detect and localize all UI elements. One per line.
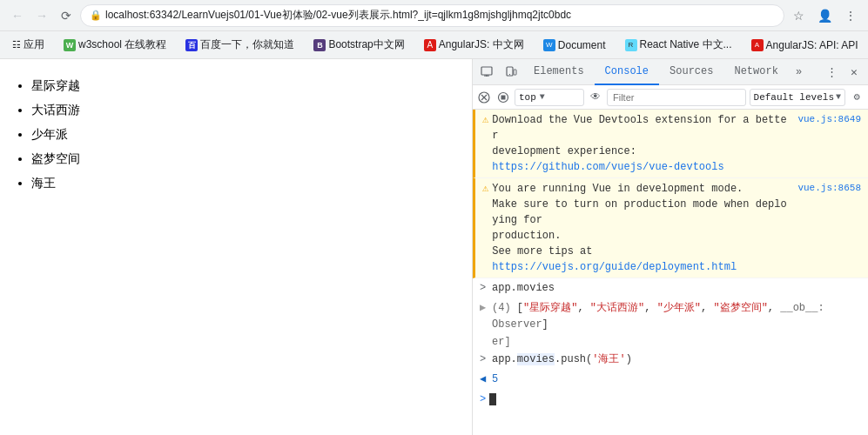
bootstrap-bookmark[interactable]: B Bootstrap中文网 — [308, 36, 409, 54]
w3school-label: w3school 在线教程 — [78, 37, 166, 52]
angularjs-label: AngularJS: API: API — [766, 39, 858, 51]
angular-favicon: A — [424, 39, 436, 51]
apps-bookmark[interactable]: ☷ 应用 — [7, 36, 50, 54]
apps-label: 应用 — [24, 37, 44, 52]
console-eye-button[interactable]: 👁 — [588, 90, 603, 105]
baidu-label: 百度一下，你就知道 — [200, 37, 294, 52]
warning-2-link[interactable]: https://vuejs.org/guide/deployment.html — [492, 261, 737, 273]
console-gear-button[interactable]: ⚙ — [849, 90, 865, 105]
console-input-2: > app.movies.push('海王') — [473, 350, 868, 370]
warning-1-link[interactable]: https://github.com/vuejs/vue-devtools — [492, 161, 723, 173]
console-output[interactable]: ⚠ Download the Vue Devtools extension fo… — [473, 110, 868, 435]
prompt-cursor — [489, 393, 496, 405]
input-1-text: app.movies — [492, 280, 861, 297]
page-content: 星际穿越 大话西游 少年派 盗梦空间 海王 — [0, 59, 472, 435]
devtools-inspect-button[interactable] — [476, 62, 497, 83]
devtools-left-buttons — [476, 62, 521, 83]
log-level-selector[interactable]: Default levels ▼ — [750, 89, 845, 106]
output-1-subtext: er] — [473, 336, 868, 350]
log-level-text: Default levels — [754, 92, 834, 103]
log-level-arrow-icon: ▼ — [836, 92, 841, 102]
warning-icon-1: ⚠ — [482, 112, 488, 128]
warning-1-source[interactable]: vue.js:8649 — [791, 112, 861, 127]
tab-more[interactable]: » — [789, 59, 809, 85]
forward-button[interactable]: → — [31, 5, 52, 26]
baidu-favicon: 百 — [185, 39, 198, 51]
devtools-close-button[interactable]: ✕ — [844, 62, 865, 83]
console-input-1: > app.movies — [473, 278, 868, 298]
reactnative-bookmark[interactable]: R React Native 中文... — [620, 36, 737, 54]
warning-2-text: You are running Vue in development mode.… — [492, 183, 786, 258]
angular-bookmark[interactable]: A AngularJS: 中文网 — [419, 36, 529, 54]
browser-right-icons: ☆ 👤 ⋮ — [788, 5, 861, 26]
bootstrap-label: Bootstrap中文网 — [328, 37, 404, 52]
console-filter-stop-button[interactable] — [495, 90, 511, 105]
warning-2-body: You are running Vue in development mode.… — [492, 181, 791, 275]
console-prompt[interactable]: > — [473, 390, 868, 409]
back-button[interactable]: ← — [7, 5, 28, 26]
wps-bookmark[interactable]: W Document — [538, 37, 611, 53]
output-arrow-2: ◀ — [480, 371, 492, 388]
list-item: 海王 — [31, 171, 458, 195]
console-warning-2: ⚠ You are running Vue in development mod… — [473, 178, 868, 278]
list-item: 星际穿越 — [31, 73, 458, 97]
bookmark-star-icon[interactable]: ☆ — [788, 5, 809, 26]
w3school-bookmark[interactable]: W w3school 在线教程 — [58, 36, 172, 54]
devtools-device-button[interactable] — [501, 62, 521, 83]
input-2-text: app.movies.push('海王') — [492, 351, 861, 368]
angularjs-bookmark[interactable]: A AngularJS: API: API — [746, 37, 864, 53]
console-warning-1: ⚠ Download the Vue Devtools extension fo… — [473, 110, 868, 178]
main-area: 星际穿越 大话西游 少年派 盗梦空间 海王 — [0, 59, 868, 435]
profile-icon[interactable]: 👤 — [814, 5, 835, 26]
console-output-2: ◀ 5 — [473, 370, 868, 390]
console-output-1: ▶ (4) ["星际穿越", "大话西游", "少年派", "盗梦空间", __… — [473, 298, 868, 335]
rn-favicon: R — [625, 39, 637, 51]
prompt-arrow-icon: > — [480, 393, 486, 405]
list-item: 大话西游 — [31, 97, 458, 122]
baidu-bookmark[interactable]: 百 百度一下，你就知道 — [180, 36, 299, 54]
tab-elements[interactable]: Elements — [523, 59, 595, 85]
svg-rect-5 — [514, 70, 516, 75]
warning-2-source[interactable]: vue.js:8658 — [791, 181, 861, 196]
bootstrap-favicon: B — [313, 39, 326, 51]
devtools-tabs: Elements Console Sources Network » — [523, 59, 819, 85]
context-selector[interactable]: top ▼ — [515, 89, 584, 106]
warning-icon-2: ⚠ — [482, 181, 488, 197]
list-item: 少年派 — [31, 122, 458, 146]
browser-chrome: ← → ⟳ 🔒 localhost:63342/LearnVuejs01/01-… — [0, 0, 868, 59]
warning-1-text: Download the Vue Devtools extension for … — [492, 114, 786, 157]
input-arrow-1: > — [480, 280, 492, 297]
output-1-sub: er] — [492, 336, 511, 348]
tab-console[interactable]: Console — [595, 59, 659, 85]
menu-icon[interactable]: ⋮ — [840, 5, 861, 26]
context-arrow-icon: ▼ — [540, 92, 545, 102]
context-text: top — [519, 92, 536, 103]
wps-favicon: W — [543, 39, 555, 51]
nav-bar: ← → ⟳ 🔒 localhost:63342/LearnVuejs01/01-… — [0, 0, 868, 31]
angular-label: AngularJS: 中文网 — [439, 37, 524, 52]
lock-icon: 🔒 — [90, 10, 102, 21]
svg-rect-0 — [481, 67, 492, 75]
bookmarks-bar: ☷ 应用 W w3school 在线教程 百 百度一下，你就知道 B Boots… — [0, 31, 868, 59]
devtools-header: Elements Console Sources Network » ⋮ ✕ — [473, 59, 868, 85]
wps-label: Document — [558, 39, 606, 51]
devtools-settings-button[interactable]: ⋮ — [821, 62, 842, 83]
tab-network[interactable]: Network — [723, 59, 788, 85]
devtools-panel: Elements Console Sources Network » ⋮ ✕ — [472, 59, 868, 435]
svg-rect-10 — [501, 95, 506, 99]
address-text: localhost:63342/LearnVuejs01/01-Vue初体验/0… — [105, 8, 775, 23]
w3school-favicon: W — [64, 39, 76, 51]
rn-label: React Native 中文... — [640, 37, 732, 52]
console-clear-button[interactable] — [476, 90, 492, 105]
tab-sources[interactable]: Sources — [659, 59, 723, 85]
output-arrow-1: ▶ — [480, 300, 492, 317]
output-1-text: (4) ["星际穿越", "大话西游", "少年派", "盗梦空间", __ob… — [492, 300, 861, 333]
reload-button[interactable]: ⟳ — [56, 5, 77, 26]
devtools-right-buttons: ⋮ ✕ — [821, 62, 865, 83]
input-arrow-2: > — [480, 351, 492, 368]
angularjs-favicon: A — [751, 39, 764, 51]
movies-list: 星际穿越 大话西游 少年派 盗梦空间 海王 — [14, 73, 458, 195]
list-item: 盗梦空间 — [31, 146, 458, 171]
address-bar[interactable]: 🔒 localhost:63342/LearnVuejs01/01-Vue初体验… — [80, 4, 784, 27]
console-filter-input[interactable] — [607, 89, 746, 106]
